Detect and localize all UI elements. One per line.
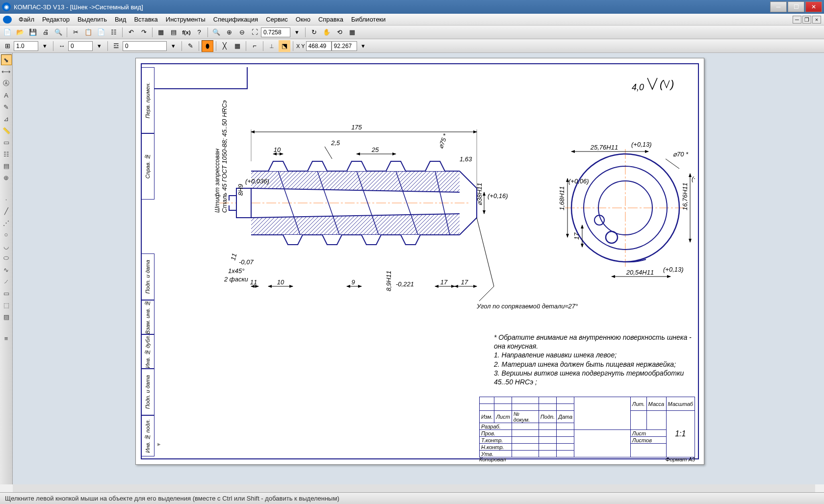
- menu-tools[interactable]: Инструменты: [162, 15, 209, 24]
- circle-icon[interactable]: ○: [1, 229, 12, 240]
- zoom-in-button[interactable]: ⊕: [223, 26, 235, 38]
- help-button[interactable]: ?: [193, 26, 205, 38]
- close-button[interactable]: ✕: [805, 1, 822, 12]
- rect-icon[interactable]: ▭: [1, 288, 12, 299]
- svg-text:Угол по сопрягаемой детали≈27°: Угол по сопрягаемой детали≈27°: [476, 302, 578, 310]
- edit-icon[interactable]: ✎: [184, 40, 196, 52]
- geometry-tool-icon[interactable]: ⬊: [1, 54, 12, 65]
- mdi-minimize[interactable]: ─: [793, 16, 801, 24]
- spec-tool-icon[interactable]: ☷: [1, 149, 12, 159]
- menu-libraries[interactable]: Библиотеки: [347, 15, 389, 24]
- layer-icon[interactable]: ☲: [110, 40, 122, 52]
- step-drop[interactable]: ▾: [93, 40, 105, 52]
- print-button[interactable]: 🖨: [40, 26, 52, 38]
- layer-input[interactable]: [123, 41, 167, 51]
- canvas-area[interactable]: Перв. примен. Справ. № Подп. и дата Взам…: [13, 53, 824, 484]
- zoom-fit-button[interactable]: ⛶: [249, 26, 260, 38]
- svg-text:17: 17: [573, 232, 580, 240]
- menu-service[interactable]: Сервис: [262, 15, 292, 24]
- mdi-close[interactable]: ×: [812, 16, 821, 24]
- coord-drop[interactable]: ▾: [358, 40, 369, 52]
- paste-button[interactable]: 📄: [95, 26, 107, 38]
- snap-grid-icon[interactable]: ⊞: [1, 40, 13, 52]
- report-tool-icon[interactable]: ▤: [1, 160, 12, 171]
- aux-line-icon[interactable]: ⋰: [1, 217, 12, 228]
- style-input[interactable]: [14, 41, 38, 51]
- zoom-drop[interactable]: ▾: [291, 26, 303, 38]
- grid-icon[interactable]: ▦: [232, 40, 243, 52]
- var-button[interactable]: f(x): [180, 26, 192, 38]
- edit-tool-icon[interactable]: ✎: [1, 101, 12, 112]
- insert-tool-icon[interactable]: ⊕: [1, 172, 12, 183]
- svg-text:10: 10: [274, 146, 281, 153]
- point-icon[interactable]: ·: [1, 194, 12, 204]
- menu-window[interactable]: Окно: [292, 15, 314, 24]
- zoom-value-input[interactable]: [261, 27, 290, 37]
- menu-editor[interactable]: Редактор: [38, 15, 74, 24]
- maximize-button[interactable]: ☐: [788, 1, 804, 12]
- open-button[interactable]: 📂: [14, 26, 26, 38]
- chamfer-icon[interactable]: ⟋: [1, 276, 12, 287]
- text-tool-icon[interactable]: A: [1, 90, 12, 101]
- round-icon[interactable]: ⬔: [279, 40, 290, 52]
- preview-button[interactable]: 🔍: [52, 26, 64, 38]
- zoom-window-button[interactable]: 🔍: [210, 26, 222, 38]
- svg-text:-0,07: -0,07: [239, 258, 254, 266]
- refresh-button[interactable]: ↻: [308, 26, 320, 38]
- eq-dist-icon[interactable]: ≡: [1, 333, 12, 344]
- redo-button[interactable]: ↷: [138, 26, 150, 38]
- cut-button[interactable]: ✂: [70, 26, 81, 38]
- zoom-out-button[interactable]: ⊖: [236, 26, 248, 38]
- step-input[interactable]: [68, 41, 93, 51]
- copy-button[interactable]: 📋: [82, 26, 94, 38]
- coord-x-input[interactable]: [306, 41, 332, 51]
- designation-tool-icon[interactable]: Ⓐ: [1, 78, 12, 89]
- svg-text:16,76H11: 16,76H11: [681, 183, 689, 210]
- snap-end-icon[interactable]: ╳: [219, 40, 231, 52]
- svg-text:17: 17: [440, 278, 448, 286]
- props-button[interactable]: ☷: [108, 26, 120, 38]
- ellipse-icon[interactable]: ⬭: [1, 252, 12, 263]
- orbit-button[interactable]: ⟲: [334, 26, 345, 38]
- line-icon[interactable]: ╱: [1, 205, 12, 216]
- pan-button[interactable]: ✋: [321, 26, 333, 38]
- views-button[interactable]: ▦: [346, 26, 358, 38]
- collect-icon[interactable]: ⬚: [1, 300, 12, 310]
- style-drop[interactable]: ▾: [39, 40, 51, 52]
- sidetab-sprav: Справ. №: [145, 154, 151, 178]
- horizontal-scrollbar[interactable]: [13, 484, 815, 492]
- save-button[interactable]: 💾: [27, 26, 39, 38]
- spline-icon[interactable]: ∿: [1, 264, 12, 275]
- origin-marker: ▸: [157, 440, 161, 448]
- mdi-restore[interactable]: ❐: [802, 16, 811, 24]
- undo-button[interactable]: ↶: [125, 26, 137, 38]
- minimize-button[interactable]: ─: [770, 1, 787, 12]
- snap-toggle[interactable]: ⬮: [202, 40, 213, 52]
- menu-file[interactable]: Файл: [15, 15, 38, 24]
- param-tool-icon[interactable]: ⊿: [1, 113, 12, 124]
- new-button[interactable]: 📄: [1, 26, 13, 38]
- svg-text:8H9: 8H9: [237, 184, 244, 196]
- measure-tool-icon[interactable]: 📏: [1, 125, 12, 136]
- menubar: Файл Редактор Выделить Вид Вставка Инстр…: [0, 14, 824, 25]
- hatch-icon[interactable]: ▨: [1, 311, 12, 322]
- svg-text:-0,221: -0,221: [396, 280, 414, 288]
- select-tool-icon[interactable]: ▭: [1, 137, 12, 148]
- step-icon[interactable]: ↔: [56, 40, 68, 52]
- ortho-icon[interactable]: ⌐: [249, 40, 260, 52]
- coord-y-input[interactable]: [332, 41, 357, 51]
- menu-select[interactable]: Выделить: [74, 15, 111, 24]
- mgr2-button[interactable]: ▤: [168, 26, 180, 38]
- dim-tool-icon[interactable]: ⟷: [1, 66, 12, 77]
- menu-insert[interactable]: Вставка: [130, 15, 161, 24]
- layer-drop[interactable]: ▾: [167, 40, 179, 52]
- mgr1-button[interactable]: ▦: [155, 26, 167, 38]
- perp-icon[interactable]: ⟂: [266, 40, 278, 52]
- menu-help[interactable]: Справка: [314, 15, 347, 24]
- svg-line-52: [666, 159, 679, 169]
- menu-view[interactable]: Вид: [111, 15, 130, 24]
- doc-icon: [3, 16, 12, 24]
- arc-icon[interactable]: ◡: [1, 241, 12, 252]
- menu-spec[interactable]: Спецификация: [209, 15, 262, 24]
- left-toolbox: ⬊ ⟷ Ⓐ A ✎ ⊿ 📏 ▭ ☷ ▤ ⊕ · ╱ ⋰ ○ ◡ ⬭ ∿ ⟋ ▭ …: [0, 53, 13, 484]
